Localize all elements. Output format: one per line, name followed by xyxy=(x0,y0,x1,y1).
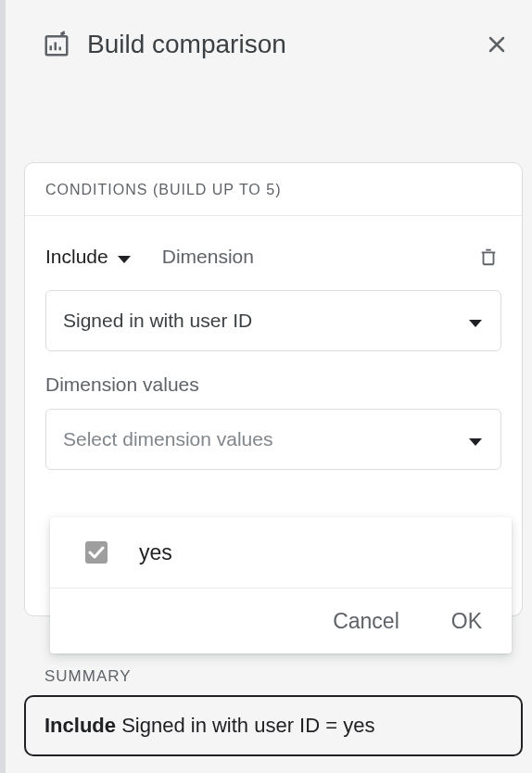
check-icon xyxy=(88,545,105,560)
panel-header: Build comparison xyxy=(6,0,532,74)
close-icon xyxy=(486,33,508,56)
dropdown-option[interactable]: yes xyxy=(50,517,512,589)
caret-down-icon xyxy=(118,246,131,268)
caret-down-icon xyxy=(469,428,482,450)
dimension-label: Dimension xyxy=(162,246,475,268)
include-dropdown[interactable]: Include xyxy=(45,246,131,268)
option-checkbox[interactable] xyxy=(85,541,108,564)
summary-include: Include xyxy=(44,714,116,737)
dimension-values-placeholder: Select dimension values xyxy=(63,428,469,450)
delete-condition-button[interactable] xyxy=(475,244,501,270)
summary-heading: SUMMARY xyxy=(44,667,132,686)
summary-chip[interactable]: Include Signed in with user ID = yes xyxy=(24,695,523,756)
trash-icon xyxy=(478,246,499,268)
dimension-values-label: Dimension values xyxy=(45,374,501,396)
side-panel: Build comparison CONDITIONS (BUILD UP TO… xyxy=(0,0,532,773)
dropdown-actions: Cancel OK xyxy=(50,589,512,653)
option-label: yes xyxy=(139,540,172,565)
panel-title: Build comparison xyxy=(87,30,482,59)
caret-down-icon xyxy=(469,310,482,332)
dimension-values-select[interactable]: Select dimension values xyxy=(45,409,501,470)
close-button[interactable] xyxy=(482,30,512,59)
summary-text: Signed in with user ID = yes xyxy=(116,714,374,737)
include-label: Include xyxy=(45,246,108,268)
dimension-select[interactable]: Signed in with user ID xyxy=(45,290,501,351)
cancel-button[interactable]: Cancel xyxy=(325,605,407,638)
conditions-heading: CONDITIONS (BUILD UP TO 5) xyxy=(25,163,522,216)
values-dropdown-popover: yes Cancel OK xyxy=(50,517,512,653)
chart-edit-icon xyxy=(43,31,70,58)
ok-button[interactable]: OK xyxy=(444,605,489,638)
condition-row: Include Dimension xyxy=(25,216,522,270)
dimension-select-value: Signed in with user ID xyxy=(63,310,469,332)
